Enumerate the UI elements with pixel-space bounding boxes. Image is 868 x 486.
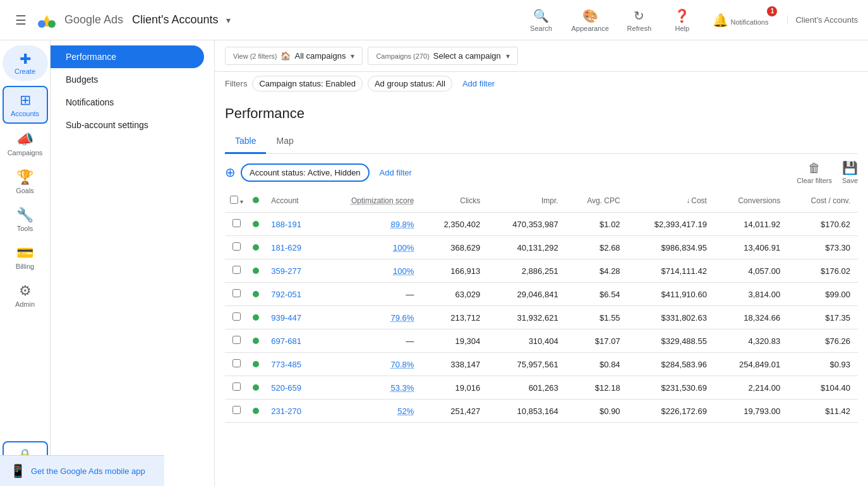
view-filter-value: All campaigns bbox=[294, 51, 346, 61]
row-checkbox-7[interactable] bbox=[232, 382, 241, 391]
appearance-nav-label: Appearance bbox=[572, 25, 609, 32]
th-cost[interactable]: ↓Cost bbox=[628, 189, 714, 213]
row-checkbox-0[interactable] bbox=[232, 219, 241, 227]
account-link-7[interactable]: 520-659 bbox=[271, 383, 301, 393]
view-filter-dropdown[interactable]: View (2 filters) 🏠 All campaigns ▾ bbox=[225, 47, 363, 65]
save-button[interactable]: 💾 Save bbox=[842, 160, 858, 184]
sec-nav-subaccount[interactable]: Sub-account settings bbox=[51, 114, 214, 136]
opt-score-link-7[interactable]: 53.3% bbox=[390, 383, 414, 393]
row-cost-conv-4: $17.35 bbox=[788, 306, 858, 329]
create-button[interactable]: ✚ Create bbox=[3, 45, 48, 81]
mobile-app-link[interactable]: Get the Google Ads mobile app bbox=[31, 466, 145, 476]
campaigns-filter-dropdown[interactable]: Campaigns (270) Select a campaign ▾ bbox=[368, 47, 517, 65]
table-filter-icon[interactable]: ⊕ bbox=[225, 165, 236, 180]
sidebar-item-accounts[interactable]: ⊞ Accounts bbox=[3, 86, 48, 124]
refresh-nav-button[interactable]: ↻ Refresh bbox=[620, 4, 658, 36]
account-link-6[interactable]: 773-485 bbox=[271, 360, 301, 369]
row-impr-4: 31,932,621 bbox=[488, 306, 565, 329]
opt-score-link-1[interactable]: 100% bbox=[393, 243, 414, 252]
main-layout: ✚ Create ⊞ Accounts 📣 Campaigns 🏆 Goals … bbox=[0, 40, 868, 486]
row-checkbox-3[interactable] bbox=[232, 289, 241, 297]
help-nav-button[interactable]: ❓ Help bbox=[663, 4, 701, 36]
row-clicks-0: 2,350,402 bbox=[421, 213, 488, 236]
th-cost-conv[interactable]: Cost / conv. bbox=[788, 189, 858, 213]
th-dropdown-arrow[interactable]: ▾ bbox=[240, 198, 243, 205]
row-opt-score-8: 52% bbox=[322, 400, 421, 423]
goals-icon: 🏆 bbox=[16, 169, 33, 186]
sidebar-item-billing[interactable]: 💳 Billing bbox=[3, 240, 48, 275]
notifications-nav-button[interactable]: 🔔 1 Notifications bbox=[706, 9, 775, 32]
appearance-nav-button[interactable]: 🎨 Appearance bbox=[565, 4, 615, 36]
campaign-status-chip[interactable]: Campaign status: Enabled bbox=[252, 76, 362, 92]
table-add-filter[interactable]: Add filter bbox=[375, 165, 417, 180]
hamburger-menu[interactable]: ☰ bbox=[10, 8, 32, 33]
search-nav-button[interactable]: 🔍 Search bbox=[522, 4, 560, 36]
sidebar-item-campaigns[interactable]: 📣 Campaigns bbox=[3, 126, 48, 162]
opt-score-link-0[interactable]: 89.8% bbox=[390, 220, 414, 229]
opt-score-link-4[interactable]: 79.6% bbox=[390, 313, 414, 323]
tools-icon: 🔧 bbox=[16, 207, 33, 223]
account-dropdown-arrow[interactable]: ▾ bbox=[226, 15, 231, 25]
row-checkbox-2[interactable] bbox=[232, 266, 241, 274]
row-status-cell bbox=[248, 283, 263, 306]
th-opt-score[interactable]: Optimization score bbox=[322, 189, 421, 213]
row-cost-conv-6: $0.93 bbox=[788, 353, 858, 376]
row-clicks-1: 368,629 bbox=[421, 236, 488, 259]
account-status-filter-chip[interactable]: Account status: Active, Hidden bbox=[241, 163, 370, 182]
row-checkbox-5[interactable] bbox=[232, 336, 241, 344]
admin-label: Admin bbox=[15, 300, 35, 308]
tab-table[interactable]: Table bbox=[225, 129, 266, 154]
th-impr[interactable]: Impr. bbox=[488, 189, 565, 213]
sidebar: ✚ Create ⊞ Accounts 📣 Campaigns 🏆 Goals … bbox=[0, 40, 51, 486]
table-scroll[interactable]: ▾ Account Optimization score Clicks Impr… bbox=[225, 189, 858, 486]
account-link-8[interactable]: 231-270 bbox=[271, 406, 301, 416]
accounts-label: Accounts bbox=[11, 110, 39, 117]
opt-score-link-2[interactable]: 100% bbox=[393, 266, 414, 276]
row-checkbox-1[interactable] bbox=[232, 242, 241, 251]
tab-map[interactable]: Map bbox=[266, 129, 303, 154]
row-cost-6: $284,583.96 bbox=[628, 353, 714, 376]
sidebar-item-goals[interactable]: 🏆 Goals bbox=[3, 164, 48, 199]
status-dot-8 bbox=[253, 408, 259, 414]
table-actions: 🗑 Clear filters 💾 Save bbox=[797, 160, 858, 184]
row-status-cell bbox=[248, 353, 263, 376]
th-clicks[interactable]: Clicks bbox=[421, 189, 488, 213]
row-status-cell bbox=[248, 306, 263, 329]
clear-filters-button[interactable]: 🗑 Clear filters bbox=[797, 161, 832, 184]
campaigns-dropdown-arrow: ▾ bbox=[506, 52, 510, 61]
select-all-checkbox[interactable] bbox=[230, 196, 238, 204]
opt-score-link-8[interactable]: 52% bbox=[397, 406, 414, 416]
sidebar-item-tools[interactable]: 🔧 Tools bbox=[3, 202, 48, 237]
row-avg-cpc-4: $1.55 bbox=[566, 306, 628, 329]
sec-nav-budgets[interactable]: Budgets bbox=[51, 68, 214, 91]
account-link-3[interactable]: 792-051 bbox=[271, 290, 301, 299]
th-avg-cpc[interactable]: Avg. CPC bbox=[566, 189, 628, 213]
row-checkbox-cell bbox=[225, 329, 248, 353]
account-link-5[interactable]: 697-681 bbox=[271, 336, 301, 346]
row-checkbox-6[interactable] bbox=[232, 359, 241, 367]
account-link-1[interactable]: 181-629 bbox=[271, 243, 301, 252]
sec-nav-notifications[interactable]: Notifications bbox=[51, 91, 214, 114]
row-conversions-6: 254,849.01 bbox=[714, 353, 788, 376]
add-filter-button[interactable]: Add filter bbox=[457, 76, 500, 91]
top-nav-left: ☰ Google Ads Client's Accounts ▾ bbox=[10, 8, 522, 33]
row-cost-conv-0: $170.62 bbox=[788, 213, 858, 236]
help-icon: ❓ bbox=[674, 8, 690, 23]
row-cost-conv-8: $11.42 bbox=[788, 400, 858, 423]
tools-label: Tools bbox=[17, 225, 33, 232]
account-link-2[interactable]: 359-277 bbox=[271, 266, 301, 276]
account-link-0[interactable]: 188-191 bbox=[271, 220, 301, 229]
sec-nav-performance[interactable]: Performance bbox=[51, 45, 204, 68]
row-checkbox-8[interactable] bbox=[232, 406, 241, 414]
row-checkbox-4[interactable] bbox=[232, 312, 241, 321]
table-header-row: ▾ Account Optimization score Clicks Impr… bbox=[225, 189, 858, 213]
sidebar-item-admin[interactable]: ⚙ Admin bbox=[3, 278, 48, 313]
account-link-4[interactable]: 939-447 bbox=[271, 313, 301, 323]
opt-score-link-6[interactable]: 70.8% bbox=[390, 360, 414, 369]
ad-group-status-chip[interactable]: Ad group status: All bbox=[368, 76, 452, 92]
admin-icon: ⚙ bbox=[19, 283, 32, 299]
row-impr-3: 29,046,841 bbox=[488, 283, 565, 306]
row-cost-4: $331,802.63 bbox=[628, 306, 714, 329]
row-cost-8: $226,172.69 bbox=[628, 400, 714, 423]
th-conversions[interactable]: Conversions bbox=[714, 189, 788, 213]
